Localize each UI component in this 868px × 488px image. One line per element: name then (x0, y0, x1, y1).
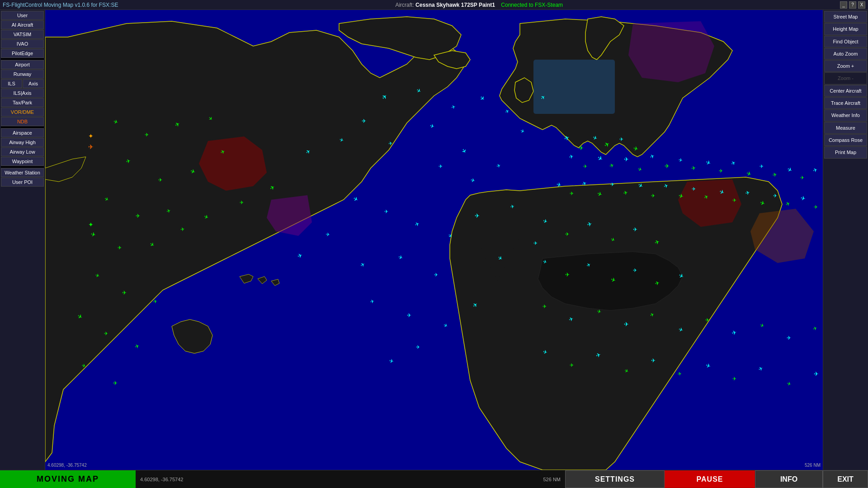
sidebar-item-marker[interactable]: ILS|Axis (1, 89, 44, 98)
zoom-minus-button[interactable]: Zoom - (824, 72, 867, 84)
svg-text:✈: ✈ (665, 163, 670, 169)
svg-text:✈: ✈ (814, 371, 819, 377)
svg-marker-4 (628, 21, 714, 82)
svg-text:✈: ✈ (145, 132, 149, 137)
svg-text:✈: ✈ (384, 209, 388, 214)
sidebar-item-user[interactable]: User (1, 11, 44, 20)
sidebar-item-ils[interactable]: ILS (1, 79, 22, 88)
zoom-plus-button[interactable]: Zoom + (824, 60, 867, 72)
svg-text:✈: ✈ (542, 304, 547, 309)
svg-text:✈: ✈ (407, 312, 411, 319)
svg-text:✈: ✈ (732, 197, 736, 203)
svg-text:✈: ✈ (619, 136, 623, 142)
svg-text:✈: ✈ (719, 168, 723, 174)
svg-text:✈: ✈ (633, 226, 637, 233)
sidebar-item-pilotedge[interactable]: PilotEdge (1, 49, 44, 58)
connection-status: Connected to FSX-Steam (501, 2, 563, 8)
sidebar-item-user-poi[interactable]: User POI (1, 178, 44, 187)
svg-text:✈: ✈ (362, 118, 366, 124)
right-sidebar: Street Map Height Map Find Object Auto Z… (823, 10, 868, 470)
svg-text:✈: ✈ (814, 204, 818, 210)
sidebar-item-airway-high[interactable]: Airway High (1, 138, 44, 147)
svg-text:✈: ✈ (570, 362, 574, 368)
svg-text:✈: ✈ (113, 380, 118, 386)
sidebar-item-ivao[interactable]: IVAO (1, 39, 44, 48)
svg-text:✈: ✈ (533, 240, 538, 246)
svg-text:✦: ✦ (88, 221, 94, 228)
svg-text:✈: ✈ (583, 164, 587, 169)
svg-text:✈: ✈ (416, 344, 420, 350)
settings-button[interactable]: SETTINGS (565, 470, 665, 488)
sidebar-item-ai-aircraft[interactable]: AI Aircraft (1, 20, 44, 29)
aircraft-name: Cessna Skyhawk 172SP Paint1 (415, 2, 495, 8)
svg-text:✈: ✈ (434, 272, 438, 277)
sidebar-item-weather-station[interactable]: Weather Station (1, 168, 44, 177)
left-sidebar: User AI Aircraft VATSIM IVAO PilotEdge A… (0, 10, 45, 470)
svg-text:✈: ✈ (624, 321, 629, 328)
svg-text:✈: ✈ (651, 357, 656, 364)
auto-zoom-button[interactable]: Auto Zoom (824, 48, 867, 60)
info-button[interactable]: INFO (755, 470, 823, 488)
measure-button[interactable]: Measure (824, 122, 867, 134)
svg-text:✈: ✈ (760, 164, 764, 169)
bottom-bar: MOVING MAP 4.60298, -36.75742 526 NM SET… (0, 470, 868, 488)
svg-text:✈: ✈ (787, 335, 791, 341)
svg-text:✈: ✈ (439, 164, 443, 169)
sidebar-item-airspace[interactable]: Airspace (1, 128, 44, 137)
sidebar-item-vor-dme[interactable]: VOR/DME (1, 108, 44, 117)
svg-text:✈: ✈ (570, 191, 574, 196)
titlebar: FS-FlightControl Moving Map v1.0.6 for F… (0, 0, 868, 10)
svg-text:✈: ✈ (692, 186, 696, 192)
compass-rose-button[interactable]: Compass Rose (824, 134, 867, 146)
sidebar-item-airway-low[interactable]: Airway Low (1, 147, 44, 156)
svg-text:✈: ✈ (732, 376, 736, 381)
svg-text:✈: ✈ (104, 331, 108, 336)
bottom-scale: 526 NM (543, 477, 565, 482)
map-container[interactable]: ✈ ✈ ✈ ✈ ✈ ✈ ✈ ✈ ✈ ✈ ✈ ✈ ✈ ✈ ✈ ✈ ✈ ✈ ✈ ✈ … (45, 10, 823, 470)
window-controls: _ ? X (840, 1, 865, 9)
svg-text:✈: ✈ (118, 245, 122, 250)
center-aircraft-button[interactable]: Center Aircraft (824, 85, 867, 97)
moving-map-button[interactable]: MOVING MAP (0, 470, 136, 488)
svg-text:✈: ✈ (136, 213, 140, 219)
svg-text:✈: ✈ (610, 182, 614, 187)
svg-text:✈: ✈ (565, 272, 570, 278)
app-title: FS-FlightControl Moving Map v1.0.6 for F… (3, 2, 118, 8)
svg-text:✈: ✈ (624, 156, 629, 163)
svg-text:✈: ✈ (705, 317, 709, 323)
height-map-button[interactable]: Height Map (824, 23, 867, 35)
svg-text:✈: ✈ (800, 175, 804, 180)
svg-text:✈: ✈ (773, 193, 777, 198)
svg-text:✈: ✈ (565, 231, 569, 237)
trace-aircraft-button[interactable]: Trace Aircraft (824, 97, 867, 109)
scale-display: 526 NM (805, 463, 821, 468)
sidebar-item-runway[interactable]: Runway (1, 70, 44, 79)
exit-button[interactable]: EXIT (823, 470, 868, 488)
pause-button[interactable]: PAUSE (665, 470, 755, 488)
coordinates-display: 4.60298, -36.75742 (47, 463, 87, 468)
aircraft-label: Aircraft: (395, 2, 414, 8)
sidebar-item-waypoint[interactable]: Waypoint (1, 157, 44, 166)
minimize-button[interactable]: _ (840, 1, 847, 9)
sidebar-item-vatsim[interactable]: VATSIM (1, 30, 44, 39)
sidebar-item-tax-park[interactable]: Tax/Park (1, 98, 44, 107)
svg-text:✈: ✈ (579, 145, 584, 151)
svg-text:✈: ✈ (633, 267, 637, 273)
sidebar-item-axis[interactable]: Axis (23, 79, 44, 88)
find-object-button[interactable]: Find Object (824, 36, 867, 47)
sidebar-item-airport[interactable]: Airport (1, 60, 44, 69)
svg-text:✈: ✈ (88, 143, 94, 150)
help-button[interactable]: ? (849, 1, 856, 9)
svg-text:✈: ✈ (122, 290, 127, 296)
print-map-button[interactable]: Print Map (824, 146, 867, 158)
svg-text:✈: ✈ (158, 177, 162, 183)
aircraft-info: Aircraft: Cessna Skyhawk 172SP Paint1 Co… (395, 2, 563, 8)
weather-info-button[interactable]: Weather Info (824, 109, 867, 121)
close-button[interactable]: X (858, 1, 865, 9)
svg-rect-3 (533, 60, 615, 114)
svg-text:✈: ✈ (651, 193, 655, 198)
map-svg: ✈ ✈ ✈ ✈ ✈ ✈ ✈ ✈ ✈ ✈ ✈ ✈ ✈ ✈ ✈ ✈ ✈ ✈ ✈ ✈ … (45, 10, 823, 470)
street-map-button[interactable]: Street Map (824, 11, 867, 23)
sidebar-item-ndb[interactable]: NDB (1, 117, 44, 126)
svg-text:✈: ✈ (475, 212, 480, 219)
